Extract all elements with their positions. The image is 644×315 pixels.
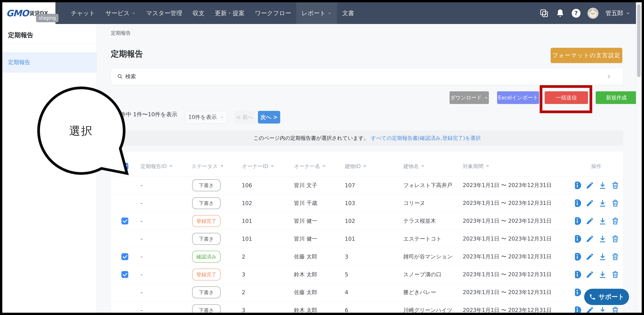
cell-period: 2023年1月1日 〜 2023年12月31日: [454, 289, 575, 296]
cell-building-name: 勝どきバレー: [387, 289, 454, 296]
user-menu[interactable]: 管五郎: [606, 9, 630, 17]
cell-owner-name: 皆川 文子: [285, 182, 337, 189]
search-label: 検索: [125, 73, 136, 80]
delete-trash-icon[interactable]: [611, 270, 620, 279]
scrollbar-thumb[interactable]: [637, 4, 640, 77]
select-all-link[interactable]: すべての定期報告書(確認済み,登録完了)を選択: [371, 135, 480, 142]
delete-trash-icon[interactable]: [611, 199, 620, 208]
delete-trash-icon[interactable]: [611, 306, 620, 313]
row-actions: [575, 181, 623, 190]
edit-pencil-icon[interactable]: [586, 306, 594, 313]
edit-pencil-icon[interactable]: [586, 181, 594, 190]
status-badge: 下書き: [192, 179, 220, 191]
status-badge: 登録完了: [192, 268, 220, 280]
edit-pencil-icon[interactable]: [586, 199, 594, 208]
cell-owner-id: 3: [234, 307, 285, 313]
cell-report-id: -: [133, 289, 184, 296]
download-button[interactable]: ダウンロード: [450, 91, 489, 104]
cell-report-id: -: [133, 182, 184, 188]
nav-item-chat[interactable]: チャット: [66, 2, 100, 24]
info-icon[interactable]: [575, 288, 582, 296]
tasks-check-icon[interactable]: [540, 9, 549, 18]
sidebar-item-teiki-houkoku[interactable]: 定期報告: [2, 52, 96, 72]
edit-pencil-icon[interactable]: [586, 270, 594, 279]
row-checkbox[interactable]: [122, 218, 128, 224]
info-icon[interactable]: [575, 199, 582, 208]
header-building-id[interactable]: 建物ID: [337, 163, 387, 170]
format-settings-button[interactable]: フォーマットの文言設定: [550, 48, 622, 63]
delete-trash-icon[interactable]: [611, 252, 620, 261]
info-icon[interactable]: [575, 252, 582, 261]
header-owner-id[interactable]: オーナーID: [234, 163, 285, 170]
table-row: - 下書き 2 佐藤 太郎 4 勝どきバレー 2023年1月1日 〜 2023年…: [111, 284, 623, 302]
nav-item-report[interactable]: レポート: [296, 2, 337, 24]
sort-icon: [363, 165, 366, 167]
info-icon[interactable]: [575, 306, 582, 313]
search-panel[interactable]: 検索: [111, 68, 623, 85]
cell-report-id: -: [133, 272, 184, 278]
download-icon[interactable]: [598, 234, 607, 243]
header-report-id[interactable]: 定期報告ID: [133, 163, 184, 170]
edit-pencil-icon[interactable]: [586, 217, 594, 225]
download-icon[interactable]: [598, 270, 607, 279]
nav-item-master[interactable]: マスター管理: [141, 2, 187, 24]
cell-period: 2023年1月1日 〜 2023年12月31日: [454, 306, 575, 313]
header-period[interactable]: 対象期間: [454, 163, 575, 170]
nav-right-tools: ? 管五郎: [540, 2, 630, 24]
chevron-right-icon: [606, 74, 612, 80]
info-icon[interactable]: [575, 181, 582, 190]
row-checkbox[interactable]: [122, 253, 128, 260]
cell-owner-name: 皆川 健一: [285, 235, 337, 242]
avatar[interactable]: [588, 8, 598, 19]
download-icon[interactable]: [598, 306, 607, 313]
chevron-down-icon: [132, 11, 136, 15]
status-badge: 下書き: [192, 304, 220, 313]
nav-item-services[interactable]: サービス: [100, 2, 141, 24]
cell-period: 2023年1月1日 〜 2023年12月31日: [454, 235, 575, 242]
row-actions: [575, 199, 623, 208]
select-all-checkbox[interactable]: [122, 163, 128, 170]
download-icon[interactable]: [598, 252, 607, 261]
delete-trash-icon[interactable]: [611, 234, 620, 243]
cell-building-name: コリーヌ: [387, 200, 454, 207]
excel-import-button[interactable]: Excelインポート: [497, 91, 539, 104]
cell-owner-id: 101: [234, 236, 285, 242]
header-owner-name[interactable]: オーナー名: [285, 163, 337, 170]
chevron-down-icon: [220, 115, 224, 119]
info-icon[interactable]: [575, 217, 582, 225]
status-badge: 確認済み: [192, 251, 220, 263]
cell-building-id: 5: [337, 272, 387, 278]
nav-item-workflow[interactable]: ワークフロー: [250, 2, 296, 24]
header-status[interactable]: ステータス: [184, 163, 234, 170]
delete-trash-icon[interactable]: [611, 181, 620, 190]
create-new-button[interactable]: 新規作成: [596, 91, 637, 104]
info-icon[interactable]: [575, 270, 582, 279]
download-icon[interactable]: [598, 217, 607, 225]
download-icon[interactable]: [598, 199, 607, 208]
info-icon[interactable]: [575, 234, 582, 243]
edit-pencil-icon[interactable]: [586, 252, 594, 261]
edit-pencil-icon[interactable]: [586, 234, 594, 243]
cell-building-name: 雑司が谷マンション: [387, 253, 454, 260]
nav-item-renewal[interactable]: 更新・提案: [210, 2, 250, 24]
nav-item-documents[interactable]: 文書: [337, 2, 359, 24]
pagination-summary: 11件中 1件〜10件を表示: [113, 111, 177, 118]
page-title: 定期報告: [111, 48, 143, 59]
row-checkbox[interactable]: [122, 271, 128, 278]
header-building-name[interactable]: 建物名: [387, 163, 454, 170]
next-page-button[interactable]: 次へ >: [258, 111, 280, 124]
cell-building-name: フォレスト下高井戸: [387, 182, 454, 189]
nav-item-balance[interactable]: 収支: [187, 2, 210, 24]
cell-period: 2023年1月1日 〜 2023年12月31日: [454, 217, 575, 225]
bell-icon[interactable]: [556, 9, 565, 18]
breadcrumb: 定期報告: [111, 30, 131, 36]
bulk-send-button[interactable]: 一括送信: [545, 91, 588, 104]
page-size-select[interactable]: 10件を表示: [185, 111, 227, 124]
help-icon[interactable]: ?: [572, 9, 580, 18]
scrollbar-track[interactable]: [636, 2, 642, 313]
support-button[interactable]: サポート: [584, 289, 629, 305]
download-icon[interactable]: [598, 181, 607, 190]
prev-page-button[interactable]: < 前へ: [234, 111, 255, 124]
delete-trash-icon[interactable]: [611, 217, 620, 225]
cell-owner-name: 鈴木 太郎: [285, 271, 337, 278]
